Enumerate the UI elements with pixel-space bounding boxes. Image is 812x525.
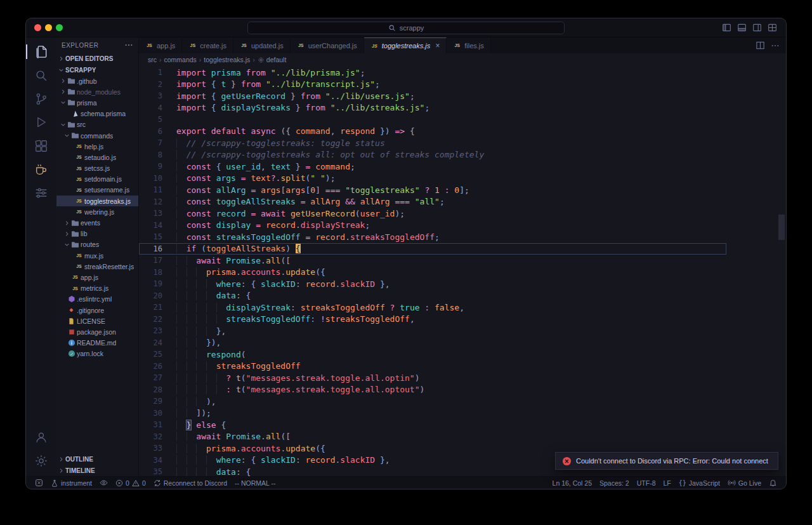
activity-sliders-icon[interactable] — [26, 181, 56, 204]
code-line-26[interactable]: 26 streaksToggledOff — [139, 361, 726, 373]
tab-togglestreaks.js[interactable]: JStogglestreaks.js× — [364, 37, 447, 53]
customize-layout-icon[interactable] — [768, 23, 777, 32]
tree-item-.github[interactable]: .github — [56, 76, 138, 86]
tree-item-.gitignore[interactable]: .gitignore — [56, 305, 138, 316]
activity-settings-icon[interactable] — [26, 449, 56, 472]
tree-item-setdomain.js[interactable]: JSsetdomain.js — [56, 174, 138, 185]
code-line-23[interactable]: 23 }, — [139, 325, 726, 337]
code-line-30[interactable]: 30 ]); — [139, 408, 726, 420]
code-line-28[interactable]: 28 : t("messages.streak.toggle.all.optou… — [139, 384, 726, 396]
close-tab-icon[interactable]: × — [435, 42, 440, 50]
code-line-15[interactable]: 15 const streaksToggledOff = record.stre… — [139, 231, 726, 243]
code-line-14[interactable]: 14 const display = record.displayStreak; — [139, 220, 726, 232]
breadcrumb-default[interactable]: default — [258, 56, 287, 63]
toggle-panel-icon[interactable] — [737, 23, 747, 32]
code-editor[interactable]: 1import prisma from "../lib/prisma.js";2… — [139, 66, 786, 476]
section-timeline[interactable]: TIMELINE — [56, 465, 138, 476]
status-encoding[interactable]: UTF-8 — [633, 477, 660, 489]
code-line-29[interactable]: 29 ), — [139, 395, 726, 408]
code-line-13[interactable]: 13 const record = await getUserRecord(us… — [139, 208, 726, 220]
status-notifications-bell[interactable] — [765, 477, 781, 489]
code-line-31[interactable]: 31 } else { — [139, 419, 726, 431]
section-outline[interactable]: OUTLINE — [56, 453, 138, 465]
tab-create.js[interactable]: JScreate.js — [182, 37, 233, 53]
status-remote-indicator[interactable] — [31, 477, 47, 489]
status-cursor-position[interactable]: Ln 16, Col 25 — [549, 477, 596, 489]
tree-item-events[interactable]: events — [56, 217, 138, 228]
tree-item-routes[interactable]: routes — [56, 239, 138, 250]
tree-item-help.js[interactable]: JShelp.js — [56, 141, 138, 152]
tree-item-.eslintrc.yml[interactable]: .eslintrc.yml — [56, 294, 138, 305]
tab-userChanged.js[interactable]: JSuserChanged.js — [291, 37, 364, 53]
tree-item-webring.js[interactable]: JSwebring.js — [56, 206, 138, 217]
status-instrument[interactable]: instrument — [47, 477, 96, 489]
editor-scrollbar[interactable] — [777, 66, 786, 476]
tree-item-LICENSE[interactable]: LICENSE — [56, 316, 138, 326]
status-reconnect-discord[interactable]: Reconnect to Discord — [150, 477, 231, 489]
tree-item-setaudio.js[interactable]: JSsetaudio.js — [56, 152, 138, 163]
tree-item-mux.js[interactable]: JSmux.js — [56, 250, 138, 261]
tree-item-README.md[interactable]: README.md — [56, 338, 138, 349]
code-line-19[interactable]: 19 where: { slackID: record.slackID }, — [139, 278, 726, 290]
code-line-27[interactable]: 27 ? t("messages.streak.toggle.all.optin… — [139, 372, 726, 384]
code-line-2[interactable]: 2import { t } from "../lib/transcript.js… — [139, 79, 726, 91]
tree-item-src[interactable]: src — [56, 119, 138, 130]
code-line-9[interactable]: 9 const { user_id, text } = command; — [139, 161, 726, 173]
code-line-12[interactable]: 12 const toggleAllStreaks = allArg && al… — [139, 196, 726, 208]
code-line-22[interactable]: 22 streaksToggledOff: !streaksToggledOff… — [139, 314, 726, 326]
code-line-8[interactable]: 8 // /scrappy-togglestreaks all: opt out… — [139, 149, 726, 161]
status-language-mode[interactable]: {}JavaScript — [675, 477, 724, 489]
activity-run-debug-icon[interactable] — [26, 110, 56, 134]
code-line-5[interactable]: 5 — [139, 114, 726, 126]
tree-item-togglestreaks.js[interactable]: JStogglestreaks.js — [56, 196, 138, 206]
tree-item-setcss.js[interactable]: JSsetcss.js — [56, 163, 138, 174]
split-editor-icon[interactable] — [756, 41, 765, 50]
status-go-live[interactable]: Go Live — [724, 477, 765, 489]
status-vim-mode[interactable]: -- NORMAL -- — [231, 477, 279, 489]
minimap[interactable] — [726, 66, 777, 476]
section-open-editors[interactable]: OPEN EDITORS — [56, 53, 138, 64]
code-line-24[interactable]: 24 }), — [139, 337, 726, 349]
status-eye-toggle[interactable] — [96, 477, 112, 489]
toggle-secondary-sidebar-icon[interactable] — [752, 23, 762, 32]
notification-toast[interactable]: Couldn't connect to Discord via RPC: Err… — [555, 452, 778, 470]
code-line-20[interactable]: 20 data: { — [139, 290, 726, 302]
command-center-search[interactable]: scrappy — [247, 22, 565, 34]
tab-app.js[interactable]: JSapp.js — [139, 37, 182, 53]
code-line-3[interactable]: 3import { getUserRecord } from "../lib/u… — [139, 90, 726, 102]
close-window-button[interactable] — [34, 24, 41, 31]
activity-search-icon[interactable] — [26, 63, 56, 87]
scrollbar-thumb[interactable] — [778, 215, 785, 240]
section-workspace[interactable]: SCRAPPY — [56, 64, 138, 76]
tree-item-package.json[interactable]: package.json — [56, 326, 138, 337]
activity-coffee-icon[interactable] — [26, 157, 56, 181]
code-line-32[interactable]: 32 await Promise.all([ — [139, 431, 726, 443]
views-and-more-actions-icon[interactable] — [124, 41, 133, 50]
code-line-18[interactable]: 18 prisma.accounts.update({ — [139, 267, 726, 279]
tree-item-prisma[interactable]: prisma — [56, 97, 138, 108]
status-eol[interactable]: LF — [659, 477, 674, 489]
activity-extensions-icon[interactable] — [26, 134, 56, 157]
code-line-21[interactable]: 21 displayStreak: streaksToggledOff ? tr… — [139, 302, 726, 314]
more-actions-icon[interactable] — [771, 41, 780, 50]
code-line-7[interactable]: 7 // /scrappy-togglestreaks: toggle stat… — [139, 137, 726, 149]
status-problems[interactable]: 00 — [112, 477, 150, 489]
tree-item-streakResetter.js[interactable]: JSstreakResetter.js — [56, 261, 138, 272]
tree-item-lib[interactable]: lib — [56, 229, 138, 239]
tree-item-commands[interactable]: commands — [56, 130, 138, 141]
code-line-6[interactable]: 6export default async ({ command, respon… — [139, 126, 726, 138]
code-line-11[interactable]: 11 const allArg = args[args[0] === "togg… — [139, 184, 726, 196]
activity-source-control-icon[interactable] — [26, 87, 56, 110]
code-line-16[interactable]: 16 if (toggleAllStreaks) { — [139, 243, 726, 255]
zoom-window-button[interactable] — [56, 24, 63, 31]
breadcrumb-togglestreaks.js[interactable]: togglestreaks.js — [204, 56, 250, 63]
tree-item-schema.prisma[interactable]: schema.prisma — [56, 109, 138, 119]
tab-updated.js[interactable]: JSupdated.js — [233, 37, 291, 53]
activity-explorer-icon[interactable] — [26, 40, 56, 63]
breadcrumb-commands[interactable]: commands — [164, 56, 197, 63]
status-indentation[interactable]: Spaces: 2 — [596, 477, 633, 489]
activity-account-icon[interactable] — [26, 425, 56, 449]
code-line-1[interactable]: 1import prisma from "../lib/prisma.js"; — [139, 67, 726, 79]
breadcrumb-src[interactable]: src — [148, 56, 157, 63]
code-line-4[interactable]: 4import { displayStreaks } from "../lib/… — [139, 102, 726, 114]
